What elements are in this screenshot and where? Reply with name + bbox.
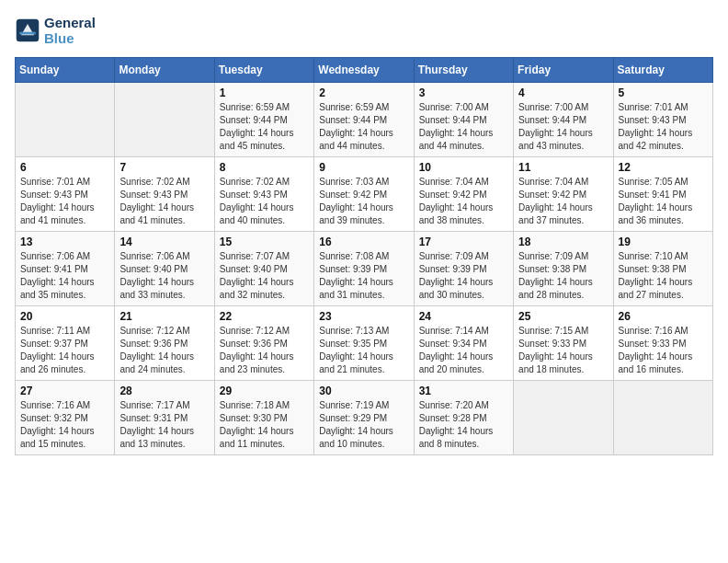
day-cell: 8Sunrise: 7:02 AM Sunset: 9:43 PM Daylig… [214,157,313,232]
week-row-1: 1Sunrise: 6:59 AM Sunset: 9:44 PM Daylig… [16,83,713,157]
day-number: 3 [419,86,508,99]
calendar-body: 1Sunrise: 6:59 AM Sunset: 9:44 PM Daylig… [16,83,713,455]
day-cell: 27Sunrise: 7:16 AM Sunset: 9:32 PM Dayli… [16,381,115,455]
day-cell: 12Sunrise: 7:05 AM Sunset: 9:41 PM Dayli… [613,157,712,232]
day-number: 29 [220,385,309,397]
weekday-row: SundayMondayTuesdayWednesdayThursdayFrid… [16,58,713,83]
week-row-5: 27Sunrise: 7:16 AM Sunset: 9:32 PM Dayli… [16,381,713,455]
day-number: 24 [419,310,508,323]
weekday-header-saturday: Saturday [613,58,712,83]
day-info: Sunrise: 7:15 AM Sunset: 9:33 PM Dayligh… [518,325,608,376]
day-info: Sunrise: 7:18 AM Sunset: 9:30 PM Dayligh… [220,399,309,451]
day-number: 23 [319,310,408,323]
day-info: Sunrise: 7:11 AM Sunset: 9:37 PM Dayligh… [20,325,109,376]
day-cell: 11Sunrise: 7:04 AM Sunset: 9:42 PM Dayli… [514,157,613,232]
day-info: Sunrise: 7:00 AM Sunset: 9:44 PM Dayligh… [419,101,508,153]
day-number: 15 [220,236,309,248]
day-cell: 9Sunrise: 7:03 AM Sunset: 9:42 PM Daylig… [314,157,414,232]
logo-text: General Blue [44,15,96,46]
day-cell: 17Sunrise: 7:09 AM Sunset: 9:39 PM Dayli… [414,232,513,306]
week-row-4: 20Sunrise: 7:11 AM Sunset: 9:37 PM Dayli… [16,306,713,381]
day-cell [16,83,115,157]
day-cell: 21Sunrise: 7:12 AM Sunset: 9:36 PM Dayli… [115,306,214,381]
day-number: 18 [518,236,608,248]
day-cell: 16Sunrise: 7:08 AM Sunset: 9:39 PM Dayli… [314,232,414,306]
day-cell: 6Sunrise: 7:01 AM Sunset: 9:43 PM Daylig… [16,157,115,232]
day-cell: 30Sunrise: 7:19 AM Sunset: 9:29 PM Dayli… [314,381,414,455]
day-cell [613,381,712,455]
day-info: Sunrise: 7:16 AM Sunset: 9:33 PM Dayligh… [619,325,708,376]
day-info: Sunrise: 7:13 AM Sunset: 9:35 PM Dayligh… [319,325,408,376]
day-cell: 4Sunrise: 7:00 AM Sunset: 9:44 PM Daylig… [514,83,613,157]
day-cell: 10Sunrise: 7:04 AM Sunset: 9:42 PM Dayli… [414,157,513,232]
day-info: Sunrise: 7:06 AM Sunset: 9:41 PM Dayligh… [20,250,109,302]
day-info: Sunrise: 7:02 AM Sunset: 9:43 PM Dayligh… [220,176,309,227]
day-cell: 5Sunrise: 7:01 AM Sunset: 9:43 PM Daylig… [613,83,712,157]
day-cell: 2Sunrise: 6:59 AM Sunset: 9:44 PM Daylig… [314,83,414,157]
day-info: Sunrise: 7:09 AM Sunset: 9:39 PM Dayligh… [419,250,508,302]
day-number: 30 [319,385,408,397]
weekday-header-tuesday: Tuesday [214,58,313,83]
day-number: 26 [619,310,708,323]
day-number: 4 [518,86,608,99]
day-info: Sunrise: 7:03 AM Sunset: 9:42 PM Dayligh… [319,176,408,227]
day-number: 13 [20,236,109,248]
day-info: Sunrise: 7:19 AM Sunset: 9:29 PM Dayligh… [319,399,408,451]
day-cell [514,381,613,455]
day-number: 21 [119,310,209,323]
day-number: 9 [319,161,408,174]
day-number: 10 [419,161,508,174]
day-cell: 14Sunrise: 7:06 AM Sunset: 9:40 PM Dayli… [115,232,214,306]
logo: General Blue [15,15,96,46]
day-info: Sunrise: 7:09 AM Sunset: 9:38 PM Dayligh… [518,250,608,302]
day-number: 1 [220,86,309,99]
day-number: 2 [319,86,408,99]
day-info: Sunrise: 7:06 AM Sunset: 9:40 PM Dayligh… [119,250,209,302]
svg-rect-2 [19,32,36,35]
day-info: Sunrise: 7:07 AM Sunset: 9:40 PM Dayligh… [220,250,309,302]
day-cell: 20Sunrise: 7:11 AM Sunset: 9:37 PM Dayli… [16,306,115,381]
day-number: 22 [220,310,309,323]
day-number: 31 [419,385,508,397]
calendar-header: SundayMondayTuesdayWednesdayThursdayFrid… [16,58,713,83]
weekday-header-monday: Monday [115,58,214,83]
weekday-header-wednesday: Wednesday [314,58,414,83]
day-info: Sunrise: 6:59 AM Sunset: 9:44 PM Dayligh… [220,101,309,153]
weekday-header-friday: Friday [514,58,613,83]
day-info: Sunrise: 7:08 AM Sunset: 9:39 PM Dayligh… [319,250,408,302]
day-cell: 24Sunrise: 7:14 AM Sunset: 9:34 PM Dayli… [414,306,513,381]
day-number: 6 [20,161,109,174]
day-cell: 28Sunrise: 7:17 AM Sunset: 9:31 PM Dayli… [115,381,214,455]
day-info: Sunrise: 7:04 AM Sunset: 9:42 PM Dayligh… [419,176,508,227]
day-number: 17 [419,236,508,248]
day-info: Sunrise: 7:05 AM Sunset: 9:41 PM Dayligh… [619,176,708,227]
day-number: 7 [119,161,209,174]
weekday-header-thursday: Thursday [414,58,513,83]
calendar: SundayMondayTuesdayWednesdayThursdayFrid… [15,57,713,455]
day-cell: 25Sunrise: 7:15 AM Sunset: 9:33 PM Dayli… [514,306,613,381]
day-info: Sunrise: 7:04 AM Sunset: 9:42 PM Dayligh… [518,176,608,227]
day-info: Sunrise: 7:02 AM Sunset: 9:43 PM Dayligh… [119,176,209,227]
day-cell: 18Sunrise: 7:09 AM Sunset: 9:38 PM Dayli… [514,232,613,306]
day-number: 19 [619,236,708,248]
day-number: 27 [20,385,109,397]
day-number: 11 [518,161,608,174]
day-cell: 15Sunrise: 7:07 AM Sunset: 9:40 PM Dayli… [214,232,313,306]
day-number: 25 [518,310,608,323]
day-cell: 23Sunrise: 7:13 AM Sunset: 9:35 PM Dayli… [314,306,414,381]
logo-icon [15,17,40,43]
day-number: 14 [119,236,209,248]
day-info: Sunrise: 7:10 AM Sunset: 9:38 PM Dayligh… [619,250,708,302]
day-cell: 19Sunrise: 7:10 AM Sunset: 9:38 PM Dayli… [613,232,712,306]
day-number: 20 [20,310,109,323]
page-header: General Blue [15,15,713,46]
weekday-header-sunday: Sunday [16,58,115,83]
day-number: 28 [119,385,209,397]
day-info: Sunrise: 6:59 AM Sunset: 9:44 PM Dayligh… [319,101,408,153]
day-info: Sunrise: 7:20 AM Sunset: 9:28 PM Dayligh… [419,399,508,451]
day-info: Sunrise: 7:12 AM Sunset: 9:36 PM Dayligh… [119,325,209,376]
week-row-3: 13Sunrise: 7:06 AM Sunset: 9:41 PM Dayli… [16,232,713,306]
day-cell: 7Sunrise: 7:02 AM Sunset: 9:43 PM Daylig… [115,157,214,232]
day-cell: 22Sunrise: 7:12 AM Sunset: 9:36 PM Dayli… [214,306,313,381]
day-cell: 3Sunrise: 7:00 AM Sunset: 9:44 PM Daylig… [414,83,513,157]
